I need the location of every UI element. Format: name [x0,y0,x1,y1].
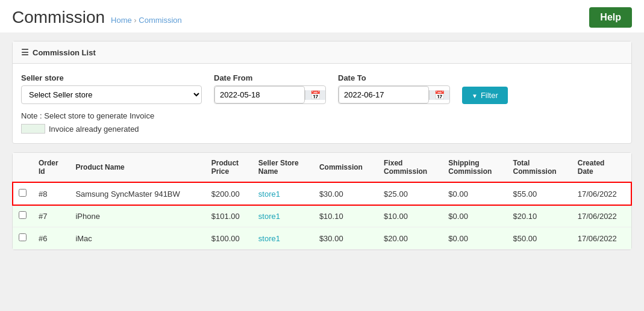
row-checkbox-2[interactable] [19,233,27,241]
td-shipping-commission: $0.00 [442,205,507,227]
td-total-commission: $50.00 [507,227,572,250]
help-button[interactable]: Help [589,7,632,28]
filter-card-header: Commission List [13,42,631,64]
td-seller-store-link[interactable]: store1 [258,212,280,221]
td-seller-store: store1 [252,227,313,250]
list-icon [21,48,29,57]
header-left: Commission Home › Commission [12,8,182,27]
date-from-group: Date From 📅 [214,73,326,104]
date-from-calendar-icon[interactable]: 📅 [305,90,325,100]
seller-store-group: Seller store Select Seller store [21,73,202,104]
td-order-id: #7 [33,205,69,227]
td-total-commission: $55.00 [507,182,572,205]
invoice-legend-label: Invoice already generated [49,125,139,134]
table-body: #8Samsung SyncMaster 941BW$200.00store1$… [13,182,631,250]
td-fixed-commission: $20.00 [378,227,442,250]
td-order-id: #8 [33,182,69,205]
table-row: #8Samsung SyncMaster 941BW$200.00store1$… [13,182,631,205]
breadcrumb: Home › Commission [111,16,182,25]
seller-store-select[interactable]: Select Seller store [21,85,202,104]
card-header-label: Commission List [33,48,96,57]
date-from-wrap: 📅 [214,85,326,104]
td-created-date: 17/06/2022 [572,227,631,250]
td-created-date: 17/06/2022 [572,205,631,227]
note-section: Note : Select store to generate Invoice … [21,111,623,134]
td-fixed-commission: $25.00 [378,182,442,205]
table-header-row: OrderId Product Name ProductPrice Seller… [13,153,631,182]
td-shipping-commission: $0.00 [442,227,507,250]
filter-button[interactable]: Filter [462,87,508,104]
th-product-price: ProductPrice [205,153,252,182]
date-to-calendar-icon[interactable]: 📅 [429,90,449,100]
td-total-commission: $20.10 [507,205,572,227]
td-product-price: $101.00 [205,205,252,227]
row-checkbox-0[interactable] [19,189,27,197]
td-fixed-commission: $10.00 [378,205,442,227]
table-row: #7iPhone$101.00store1$10.10$10.00$0.00$2… [13,205,631,227]
date-from-input[interactable] [214,86,305,103]
td-product-name: iMac [69,227,205,250]
breadcrumb-current: Commission [139,16,182,25]
td-order-id: #6 [33,227,69,250]
invoice-legend-row: Invoice already generated [21,124,623,134]
th-created-date: CreatedDate [572,153,631,182]
td-seller-store: store1 [252,182,313,205]
td-commission: $30.00 [313,182,378,205]
td-commission: $10.10 [313,205,378,227]
date-to-label: Date To [338,73,450,82]
td-seller-store-link[interactable]: store1 [258,189,280,199]
commission-table: OrderId Product Name ProductPrice Seller… [13,153,631,250]
td-product-price: $200.00 [205,182,252,205]
td-product-name: iPhone [69,205,205,227]
td-checkbox [13,182,33,205]
date-to-wrap: 📅 [338,85,450,104]
invoice-legend-swatch [21,124,45,134]
row-checkbox-1[interactable] [19,211,27,219]
note-text: Note : Select store to generate Invoice [21,111,623,120]
table-card: OrderId Product Name ProductPrice Seller… [12,152,632,250]
date-to-group: Date To 📅 [338,73,450,104]
td-product-price: $100.00 [205,227,252,250]
td-product-name: Samsung SyncMaster 941BW [69,182,205,205]
header: Commission Home › Commission Help [0,0,644,32]
th-product-name: Product Name [69,153,205,182]
th-checkbox [13,153,33,182]
td-commission: $30.00 [313,227,378,250]
filter-card-body: Seller store Select Seller store Date Fr… [13,64,631,143]
table-row: #6iMac$100.00store1$30.00$20.00$0.00$50.… [13,227,631,250]
td-seller-store-link[interactable]: store1 [258,234,280,243]
date-from-label: Date From [214,73,326,82]
th-fixed-commission: FixedCommission [378,153,442,182]
td-created-date: 17/06/2022 [572,182,631,205]
td-shipping-commission: $0.00 [442,182,507,205]
filter-row: Seller store Select Seller store Date Fr… [21,73,623,104]
th-commission: Commission [313,153,378,182]
main-content: Commission List Seller store Select Sell… [0,32,644,259]
td-checkbox [13,205,33,227]
th-seller-store-name: Seller StoreName [252,153,313,182]
th-order-id: OrderId [33,153,69,182]
filter-icon [472,91,478,100]
td-seller-store: store1 [252,205,313,227]
filter-button-label: Filter [481,91,498,100]
breadcrumb-home[interactable]: Home [111,16,132,25]
page-title: Commission [12,8,105,27]
filter-card: Commission List Seller store Select Sell… [12,41,632,144]
date-to-input[interactable] [339,86,429,103]
td-checkbox [13,227,33,250]
th-shipping-commission: ShippingCommission [442,153,507,182]
th-total-commission: TotalCommission [507,153,572,182]
seller-store-label: Seller store [21,73,202,82]
